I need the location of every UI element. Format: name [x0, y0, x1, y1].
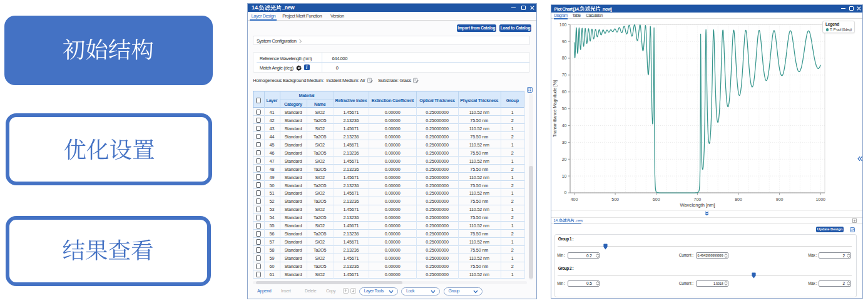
svg-text:20: 20 [562, 157, 567, 162]
svg-text:60: 60 [562, 90, 567, 94]
svg-text:100: 100 [559, 23, 567, 27]
svg-text:700: 700 [694, 197, 702, 202]
svg-text:50: 50 [562, 106, 567, 111]
svg-text:Wavelength [nm]: Wavelength [nm] [680, 202, 715, 208]
svg-text:10: 10 [562, 174, 567, 178]
svg-text:800: 800 [735, 197, 742, 202]
svg-text:Transmittance Magnitude [%]: Transmittance Magnitude [%] [553, 80, 558, 137]
svg-text:90: 90 [562, 39, 567, 44]
svg-text:80: 80 [562, 56, 567, 60]
svg-text:40: 40 [562, 123, 567, 128]
svg-text:70: 70 [562, 73, 567, 77]
svg-text:400: 400 [571, 197, 578, 202]
svg-text:1000: 1000 [815, 197, 825, 202]
svg-text:30: 30 [562, 140, 567, 145]
svg-text:500: 500 [611, 197, 619, 202]
svg-text:0: 0 [564, 190, 567, 195]
svg-text:900: 900 [776, 197, 784, 202]
svg-text:600: 600 [653, 197, 660, 202]
